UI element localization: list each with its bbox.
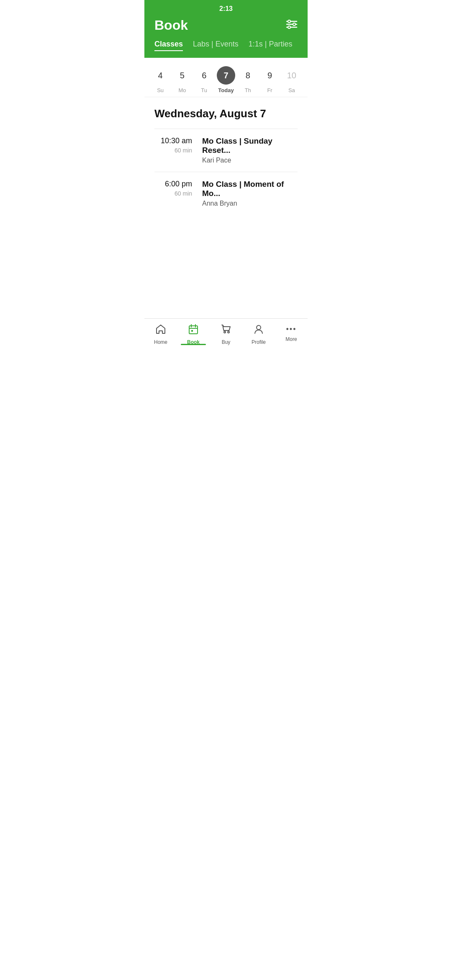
- class-time-2: 6:00 pm 60 min: [154, 180, 192, 197]
- nav-label-more: More: [285, 336, 297, 342]
- buy-icon: [221, 324, 231, 338]
- home-icon: [155, 324, 166, 338]
- svg-rect-10: [191, 330, 193, 332]
- day-cell-today[interactable]: 7 Today: [217, 66, 235, 93]
- svg-point-3: [288, 20, 290, 23]
- header-row: Book: [144, 14, 308, 40]
- svg-point-12: [228, 331, 229, 333]
- filter-icon[interactable]: [286, 20, 298, 31]
- tab-1s-parties[interactable]: 1:1s | Parties: [249, 40, 293, 51]
- bottom-navigation: Home Book Buy: [144, 318, 308, 353]
- tab-labs-events[interactable]: Labs | Events: [193, 40, 239, 51]
- class-instructor-2: Anna Bryan: [202, 200, 298, 207]
- nav-label-profile: Profile: [252, 339, 266, 345]
- nav-item-profile[interactable]: Profile: [242, 324, 275, 345]
- day-label-th: Th: [245, 87, 251, 93]
- day-cell-tue[interactable]: 6 Tu: [195, 66, 213, 93]
- status-bar: 2:13: [144, 0, 308, 14]
- day-cell-mon[interactable]: 5 Mo: [173, 66, 191, 93]
- day-label-fr: Fr: [267, 87, 272, 93]
- day-cell-sun[interactable]: 4 Su: [151, 66, 170, 93]
- class-duration-2: 60 min: [154, 190, 192, 197]
- svg-point-5: [288, 26, 290, 28]
- more-icon: •••: [286, 324, 297, 335]
- day-number-8: 8: [239, 66, 257, 85]
- day-number-10: 10: [282, 66, 301, 85]
- class-name-2: Mo Class | Moment of Mo...: [202, 180, 298, 198]
- class-item-1[interactable]: 10:30 am 60 min Mo Class | Sunday Reset.…: [154, 129, 298, 172]
- class-time-1: 10:30 am 60 min: [154, 137, 192, 154]
- nav-item-buy[interactable]: Buy: [210, 324, 242, 345]
- class-start-time-2: 6:00 pm: [154, 180, 192, 188]
- page-title: Book: [154, 18, 188, 33]
- nav-label-home: Home: [154, 339, 167, 345]
- day-cell-thu[interactable]: 8 Th: [239, 66, 257, 93]
- svg-point-13: [257, 325, 261, 330]
- svg-point-11: [224, 331, 226, 333]
- calendar-strip: 4 Su 5 Mo 6 Tu 7 Today 8 Th 9 Fr 10 Sa: [144, 58, 308, 97]
- day-number-6: 6: [195, 66, 213, 85]
- app-header: 2:13 Book Classes Labs | Events 1:1s | P…: [144, 0, 308, 58]
- nav-item-home[interactable]: Home: [144, 324, 177, 345]
- tabs-row: Classes Labs | Events 1:1s | Parties: [144, 40, 308, 58]
- day-label-mo: Mo: [178, 87, 186, 93]
- status-time: 2:13: [219, 5, 233, 13]
- tab-classes[interactable]: Classes: [154, 40, 183, 51]
- day-number-7: 7: [217, 66, 235, 85]
- class-name-1: Mo Class | Sunday Reset...: [202, 137, 298, 155]
- day-cell-sat[interactable]: 10 Sa: [282, 66, 301, 93]
- class-info-2: Mo Class | Moment of Mo... Anna Bryan: [202, 180, 298, 207]
- class-list: 10:30 am 60 min Mo Class | Sunday Reset.…: [154, 129, 298, 215]
- date-heading: Wednesday, August 7: [154, 107, 298, 120]
- svg-rect-6: [189, 326, 198, 334]
- day-number-9: 9: [261, 66, 279, 85]
- nav-active-indicator: [181, 344, 206, 345]
- profile-icon: [253, 324, 264, 338]
- day-label-tu: Tu: [201, 87, 207, 93]
- day-cell-fri[interactable]: 9 Fr: [261, 66, 279, 93]
- nav-label-buy: Buy: [222, 339, 231, 345]
- day-label-sa: Sa: [288, 87, 295, 93]
- nav-item-book[interactable]: Book: [177, 324, 210, 345]
- class-duration-1: 60 min: [154, 147, 192, 154]
- day-label-su: Su: [157, 87, 164, 93]
- svg-point-4: [293, 23, 295, 26]
- class-item-2[interactable]: 6:00 pm 60 min Mo Class | Moment of Mo..…: [154, 172, 298, 215]
- class-instructor-1: Kari Pace: [202, 157, 298, 164]
- book-icon: [188, 324, 199, 338]
- content-area: Wednesday, August 7 10:30 am 60 min Mo C…: [144, 97, 308, 215]
- class-info-1: Mo Class | Sunday Reset... Kari Pace: [202, 137, 298, 164]
- class-start-time-1: 10:30 am: [154, 137, 192, 145]
- day-number-5: 5: [173, 66, 191, 85]
- day-label-today: Today: [218, 87, 234, 93]
- day-number-4: 4: [151, 66, 170, 85]
- nav-item-more[interactable]: ••• More: [275, 324, 308, 345]
